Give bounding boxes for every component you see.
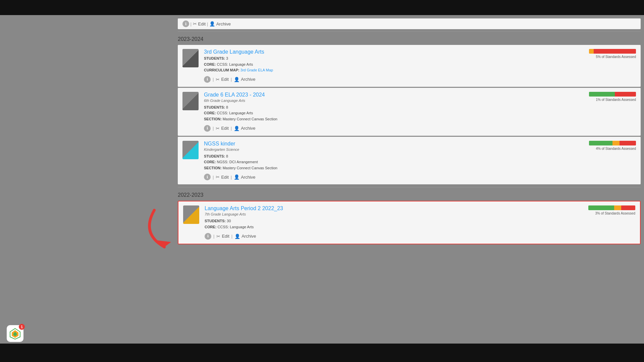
curriculum-label-3rd: CURRICULUM MAP: (204, 68, 239, 72)
standards-label-lang2: 3% of Standards Assessed (595, 212, 635, 215)
standards-bar-grade6 (589, 92, 636, 97)
standards-bar-3rd (589, 49, 636, 54)
bar-yellow-ngss (612, 141, 620, 145)
class-title-grade6[interactable]: Grade 6 ELA 2023 - 2024 (204, 92, 265, 98)
class-title-ngss[interactable]: NGSS kinder (204, 141, 235, 147)
edit-icon-ngss: ✂ (216, 174, 220, 180)
year-header-2022: 2022-2023 (178, 189, 644, 200)
bar-red-ngss (620, 141, 636, 145)
core-label-3rd: CORE: (204, 62, 216, 66)
info-icon-grade6[interactable]: ℹ (204, 125, 211, 132)
archive-icon-3rd: 👤 (234, 77, 239, 82)
class-title-lang2[interactable]: Language Arts Period 2 2022_23 (205, 205, 283, 212)
class-item-lang-arts-period2: Language Arts Period 2 2022_23 7th Grade… (178, 201, 641, 244)
class-meta-grade6: STUDENTS: 8 CORE: CCSS: Language Arts SE… (204, 105, 576, 122)
progress-area-lang2: 3% of Standards Assessed (582, 205, 635, 215)
sep-ngss-2: | (231, 175, 232, 180)
standards-bar-lang2 (588, 205, 635, 210)
bottom-black-bar (0, 344, 644, 362)
standards-label-grade6: 1% of Standards Assessed (596, 98, 636, 102)
section-value-ngss: Mastery Connect Canvas Section (223, 166, 277, 170)
class-subtitle-ngss: Kindergarten Science (204, 147, 576, 152)
edit-icon-3rd: ✂ (216, 77, 220, 82)
sep-3rd-2: | (231, 77, 232, 82)
class-subtitle-lang2: 7th Grade Language Arts (205, 212, 575, 216)
students-label-lang2: STUDENTS: (205, 219, 226, 223)
archive-button-grade6[interactable]: 👤 Archive (234, 126, 255, 131)
sep-grade6-1: | (213, 126, 214, 131)
class-thumbnail-ngss (182, 141, 199, 159)
core-value-lang2: CCSS: Language Arts (218, 225, 254, 229)
notification-badge: 1 (19, 324, 25, 330)
app-icon-container: 1 (7, 325, 23, 342)
info-icon-3rd[interactable]: ℹ (204, 76, 211, 83)
class-thumbnail-lang2 (183, 205, 199, 224)
archive-icon-grade6: 👤 (234, 126, 239, 131)
bar-green-lang2 (588, 205, 614, 210)
bar-yellow-lang2 (614, 205, 621, 210)
class-thumbnail-grade6 (182, 92, 199, 110)
archive-icon-lang2: 👤 (234, 234, 240, 239)
top-partial-row: ℹ | ✂ Edit | 👤 Archive (178, 18, 641, 29)
section-label-grade6: SECTION: (204, 117, 222, 121)
progress-area-grade6: 1% of Standards Assessed (582, 92, 636, 102)
divider-2022 (178, 187, 641, 187)
standards-label-3rd: 5% of Standards Assessed (596, 55, 636, 59)
students-value-grade6: 8 (226, 105, 228, 109)
edit-button-3rd[interactable]: ✂ Edit (216, 77, 228, 82)
bar-yellow-3rd (589, 49, 594, 54)
section-value-grade6: Mastery Connect Canvas Section (223, 117, 277, 121)
edit-button-top[interactable]: ✂ Edit (193, 21, 206, 26)
info-icon-lang2[interactable]: ℹ (205, 233, 211, 240)
edit-icon-lang2: ✂ (216, 234, 220, 239)
class-thumbnail-3rd (182, 49, 199, 67)
curriculum-link-3rd[interactable]: 3rd Grade ELA Map (240, 68, 273, 72)
class-info-grade6: Grade 6 ELA 2023 - 2024 6th Grade Langua… (204, 92, 576, 132)
archive-button-3rd[interactable]: 👤 Archive (234, 77, 255, 82)
class-title-3rd[interactable]: 3rd Grade Language Arts (204, 49, 264, 55)
archive-button-lang2[interactable]: 👤 Archive (234, 234, 256, 239)
standards-bar-ngss (589, 141, 636, 145)
archive-button-ngss[interactable]: 👤 Archive (234, 174, 255, 180)
core-label-ngss: CORE: (204, 160, 216, 164)
progress-area-ngss: 4% of Standards Assessed (582, 141, 636, 150)
core-label-lang2: CORE: (205, 225, 216, 229)
action-row-lang2: ℹ | ✂ Edit | 👤 Archive (205, 233, 575, 240)
students-value-ngss: 8 (226, 154, 228, 158)
class-info-lang2: Language Arts Period 2 2022_23 7th Grade… (205, 205, 575, 239)
archive-icon-ngss: 👤 (234, 174, 239, 180)
edit-button-grade6[interactable]: ✂ Edit (216, 126, 228, 131)
archive-button-top[interactable]: 👤 Archive (209, 21, 231, 26)
top-black-bar (0, 0, 644, 15)
core-value-ngss: NGSS: DCI Arrangement (217, 160, 258, 164)
sep-lang2-2: | (231, 234, 232, 239)
action-row-3rd: ℹ | ✂ Edit | 👤 Archive (204, 76, 576, 83)
main-content: ℹ | ✂ Edit | 👤 Archive 2023-2024 3rd Gra… (0, 15, 644, 344)
class-meta-ngss: STUDENTS: 8 CORE: NGSS: DCI Arrangement … (204, 154, 576, 171)
section-label-ngss: SECTION: (204, 166, 222, 170)
edit-icon-grade6: ✂ (216, 126, 220, 131)
edit-button-lang2[interactable]: ✂ Edit (216, 234, 229, 239)
info-icon-top[interactable]: ℹ (182, 20, 189, 27)
bar-green-grade6 (589, 92, 615, 97)
class-meta-lang2: STUDENTS: 30 CORE: CCSS: Language Arts (205, 218, 575, 230)
sep-3rd-1: | (213, 77, 214, 82)
content-area: ℹ | ✂ Edit | 👤 Archive 2023-2024 3rd Gra… (174, 15, 644, 344)
info-icon-ngss[interactable]: ℹ (204, 174, 211, 180)
sep-lang2-1: | (213, 234, 214, 239)
students-label-3rd: STUDENTS: (204, 56, 225, 60)
class-item-grade6: Grade 6 ELA 2023 - 2024 6th Grade Langua… (178, 88, 641, 136)
divider-top (178, 31, 641, 32)
bar-red-3rd (594, 49, 636, 54)
core-value-3rd: CCSS: Language Arts (217, 62, 253, 66)
edit-button-ngss[interactable]: ✂ Edit (216, 174, 228, 180)
svg-marker-0 (157, 240, 171, 247)
students-label-ngss: STUDENTS: (204, 154, 225, 158)
sep-top-1: | (189, 21, 193, 26)
bar-red-grade6 (615, 92, 636, 97)
archive-icon-top: 👤 (209, 21, 215, 26)
action-row-grade6: ℹ | ✂ Edit | 👤 Archive (204, 125, 576, 132)
class-item-3rd-grade: 3rd Grade Language Arts STUDENTS: 3 CORE… (178, 45, 641, 87)
students-value-lang2: 30 (227, 219, 231, 223)
students-value-3rd: 3 (226, 56, 228, 60)
